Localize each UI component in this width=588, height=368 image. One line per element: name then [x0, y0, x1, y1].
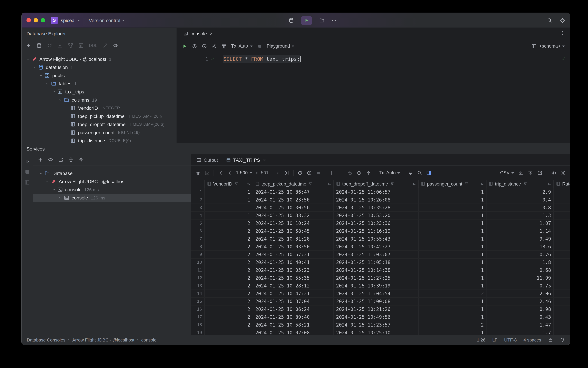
- trip-distance-cell[interactable]: 1.07: [487, 220, 554, 227]
- ddl-button[interactable]: DDL: [89, 43, 98, 48]
- trip-distance-cell[interactable]: 0.75: [487, 282, 554, 289]
- pickup-datetime-cell[interactable]: 2024-01-25 10:55:35: [253, 274, 334, 282]
- passenger-count-cell[interactable]: 1: [419, 267, 487, 274]
- sort-icon[interactable]: [412, 182, 416, 186]
- tree-item[interactable]: VendorID INTEGER: [22, 104, 177, 112]
- dropoff-datetime-cell[interactable]: 2024-01-25 10:49:56: [334, 313, 419, 321]
- pickup-datetime-cell[interactable]: 2024-01-25 10:31:28: [253, 235, 334, 243]
- services-tree-item[interactable]: Database: [33, 169, 191, 177]
- chevron-down-icon[interactable]: [52, 188, 56, 192]
- rate-cell[interactable]: [554, 227, 570, 235]
- filter-icon[interactable]: [464, 182, 468, 186]
- tx-stripe-button[interactable]: Tx: [25, 159, 29, 164]
- passenger-count-cell[interactable]: 1: [419, 251, 487, 258]
- table-icon[interactable]: [78, 43, 84, 48]
- trip-distance-cell[interactable]: 0.68: [487, 267, 554, 274]
- tab-output[interactable]: Output: [193, 154, 222, 166]
- database-icon[interactable]: [289, 18, 294, 23]
- trip-distance-cell[interactable]: 1.8: [487, 258, 554, 266]
- passenger-count-cell[interactable]: 1: [419, 274, 487, 282]
- submit-icon[interactable]: [366, 170, 371, 175]
- table-row[interactable]: 3 1 2024-01-25 10:30:56 2024-01-25 10:35…: [191, 204, 570, 212]
- vendor-id-cell[interactable]: 1: [205, 212, 253, 219]
- rate-cell[interactable]: [554, 290, 570, 297]
- add-icon[interactable]: [26, 43, 31, 48]
- trip-distance-cell[interactable]: 0.43: [487, 313, 554, 321]
- passenger-count-cell[interactable]: 1: [419, 298, 487, 305]
- preview-changes-icon[interactable]: [356, 170, 362, 175]
- chevron-down-icon[interactable]: [45, 180, 49, 183]
- trip-distance-cell[interactable]: 18.6: [487, 243, 554, 250]
- pickup-datetime-cell[interactable]: 2024-01-25 10:02:08: [253, 329, 334, 335]
- pickup-datetime-cell[interactable]: 2024-01-25 10:39:40: [253, 313, 334, 321]
- table-row[interactable]: 5 2 2024-01-25 10:10:24 2024-01-25 10:23…: [191, 220, 570, 227]
- rate-cell[interactable]: [554, 282, 570, 289]
- filter-icon[interactable]: [308, 182, 312, 186]
- vendor-id-cell[interactable]: 2: [205, 267, 253, 274]
- import-upload-icon[interactable]: [527, 170, 533, 175]
- tx-mode-dropdown[interactable]: Tx: Auto: [379, 170, 400, 175]
- trip-distance-cell[interactable]: 0.98: [487, 305, 554, 313]
- filter-icon[interactable]: [523, 182, 527, 186]
- vendor-id-cell[interactable]: 2: [205, 305, 253, 313]
- trip-distance-cell[interactable]: 1.3: [487, 212, 554, 219]
- panel-layout-icon[interactable]: [25, 180, 30, 185]
- vendor-id-cell[interactable]: 1: [205, 188, 253, 196]
- sort-icon[interactable]: [547, 182, 551, 186]
- chevron-down-icon[interactable]: [26, 57, 30, 61]
- vendor-id-cell[interactable]: 1: [205, 204, 253, 211]
- caret-position[interactable]: 1:26: [477, 337, 485, 342]
- dropoff-datetime-cell[interactable]: 2024-01-25 10:55:43: [334, 235, 419, 243]
- add-row-icon[interactable]: [329, 170, 334, 175]
- schema-selector-dropdown[interactable]: <schema>: [539, 44, 565, 49]
- eye-icon[interactable]: [113, 43, 118, 48]
- trip-distance-cell[interactable]: 2.46: [487, 298, 554, 305]
- passenger-count-cell[interactable]: 1: [419, 227, 487, 235]
- dropoff-datetime-cell[interactable]: 2024-01-25 10:39:19: [334, 282, 419, 289]
- trip-distance-cell[interactable]: 1.47: [487, 321, 554, 329]
- dropoff-datetime-cell[interactable]: 2024-01-25 11:00:08: [334, 298, 419, 305]
- gear-icon[interactable]: [212, 43, 217, 49]
- rate-cell[interactable]: [554, 305, 570, 313]
- tab-console[interactable]: console: [180, 28, 217, 39]
- rate-cell[interactable]: [554, 235, 570, 243]
- export-download-icon[interactable]: [518, 170, 524, 175]
- delete-row-icon[interactable]: [338, 170, 344, 175]
- rate-cell[interactable]: [554, 321, 570, 329]
- trip-distance-cell[interactable]: 0.76: [487, 251, 554, 258]
- sort-icon[interactable]: [480, 182, 484, 186]
- tree-item[interactable]: trip_distance DOUBLE(0): [22, 137, 177, 143]
- pickup-datetime-cell[interactable]: 2024-01-25 10:10:24: [253, 220, 334, 227]
- dropoff-datetime-cell[interactable]: 2024-01-25 10:21:26: [334, 305, 419, 313]
- table-icon[interactable]: [221, 43, 227, 49]
- rate-cell[interactable]: [554, 204, 570, 211]
- vendor-id-cell[interactable]: 2: [205, 243, 253, 250]
- vendor-id-cell[interactable]: 2: [205, 251, 253, 258]
- export-to-file-icon[interactable]: [537, 170, 543, 175]
- vendor-id-cell[interactable]: 2: [205, 235, 253, 243]
- maximize-window-button[interactable]: [41, 18, 45, 22]
- pickup-datetime-cell[interactable]: 2024-01-25 10:40:41: [253, 258, 334, 266]
- rate-cell[interactable]: [554, 220, 570, 227]
- eye-icon[interactable]: [48, 157, 53, 162]
- column-header[interactable]: Rate: [554, 180, 570, 188]
- inspection-ok-icon[interactable]: [561, 56, 566, 61]
- filter-icon[interactable]: [234, 182, 239, 186]
- pickup-datetime-cell[interactable]: 2024-01-25 10:06:24: [253, 305, 334, 313]
- jump-to-icon[interactable]: [103, 43, 108, 48]
- add-icon[interactable]: [38, 157, 43, 162]
- trip-distance-cell[interactable]: 0.8: [487, 204, 554, 211]
- passenger-count-cell[interactable]: 1: [419, 188, 487, 196]
- history-icon[interactable]: [192, 43, 197, 49]
- column-header[interactable]: tpep_dropoff_datetime: [334, 180, 419, 188]
- table-row[interactable]: 14 2 2024-01-25 10:47:21 2024-01-25 11:0…: [191, 290, 570, 298]
- chart-view-icon[interactable]: [204, 170, 210, 175]
- trip-distance-cell[interactable]: 2.9: [487, 188, 554, 196]
- passenger-count-cell[interactable]: 1: [419, 243, 487, 250]
- collapse-all-icon[interactable]: [78, 157, 84, 162]
- rate-cell[interactable]: [554, 251, 570, 258]
- open-console-icon[interactable]: [58, 157, 63, 162]
- table-row[interactable]: 12 2 2024-01-25 10:55:35 2024-01-25 11:2…: [191, 274, 570, 282]
- table-row[interactable]: 2 1 2024-01-25 10:23:50 2024-01-25 10:26…: [191, 196, 570, 204]
- pickup-datetime-cell[interactable]: 2024-01-25 10:57:31: [253, 251, 334, 258]
